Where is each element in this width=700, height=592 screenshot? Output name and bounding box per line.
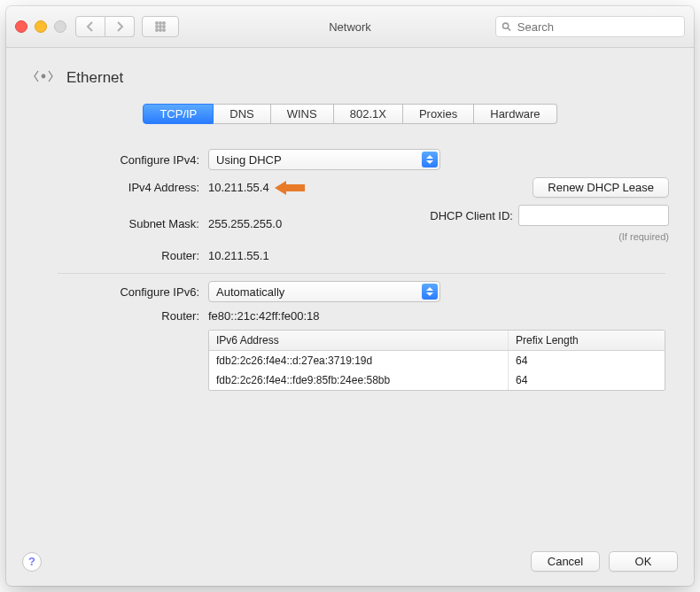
configure-ipv4-select[interactable]: Using DHCP bbox=[208, 149, 440, 170]
svg-point-4 bbox=[159, 26, 161, 27]
configure-ipv6-select[interactable]: Automatically bbox=[208, 281, 440, 302]
svg-point-5 bbox=[163, 26, 165, 27]
ipv6-router-value: fe80::21c:42ff:fe00:18 bbox=[208, 309, 320, 323]
configure-ipv6-label: Configure IPv6: bbox=[31, 285, 208, 299]
chevron-up-down-icon bbox=[422, 284, 438, 300]
subnet-mask-label: Subnet Mask: bbox=[31, 217, 208, 230]
tab-tcpip[interactable]: TCP/IP bbox=[143, 104, 214, 124]
dhcp-client-id-input[interactable] bbox=[518, 205, 669, 226]
divider bbox=[58, 273, 665, 274]
svg-point-1 bbox=[159, 22, 161, 24]
cancel-button[interactable]: Cancel bbox=[531, 551, 600, 572]
svg-point-0 bbox=[156, 22, 158, 24]
tab-wins[interactable]: WINS bbox=[271, 104, 334, 124]
ipv6-table: IPv6 Address Prefix Length fdb2:2c26:f4e… bbox=[208, 330, 665, 391]
cell-prefix: 64 bbox=[508, 370, 665, 390]
tcpip-pane: Configure IPv4: Using DHCP IPv4 Address:… bbox=[6, 136, 694, 541]
svg-point-3 bbox=[156, 26, 158, 27]
svg-point-9 bbox=[503, 23, 509, 28]
col-prefix-length: Prefix Length bbox=[508, 331, 665, 350]
ipv4-address-value: 10.211.55.4 bbox=[208, 181, 269, 194]
cell-prefix: 64 bbox=[508, 351, 665, 370]
interface-name: Ethernet bbox=[66, 69, 123, 87]
svg-point-6 bbox=[156, 29, 158, 31]
configure-ipv6-value: Automatically bbox=[216, 285, 284, 299]
tab-bar: TCP/IP DNS WINS 802.1X Proxies Hardware bbox=[6, 104, 694, 136]
svg-point-8 bbox=[163, 29, 165, 31]
search-icon bbox=[502, 21, 511, 32]
ok-button[interactable]: OK bbox=[609, 551, 678, 572]
table-row[interactable]: fdb2:2c26:f4e4::d:27ea:3719:19d 64 bbox=[209, 351, 665, 370]
svg-point-2 bbox=[163, 22, 165, 24]
configure-ipv4-label: Configure IPv4: bbox=[31, 153, 208, 167]
tab-dns[interactable]: DNS bbox=[214, 104, 270, 124]
tab-hardware[interactable]: Hardware bbox=[474, 104, 556, 124]
back-button[interactable] bbox=[75, 16, 105, 37]
minimize-icon[interactable] bbox=[35, 20, 47, 33]
ipv4-router-label: Router: bbox=[31, 249, 208, 262]
table-row[interactable]: fdb2:2c26:f4e4::fde9:85fb:24ee:58bb 64 bbox=[209, 370, 665, 390]
window-controls bbox=[15, 20, 66, 33]
zoom-icon bbox=[54, 20, 66, 33]
ipv4-router-value: 10.211.55.1 bbox=[208, 249, 269, 262]
ipv4-address-label: IPv4 Address: bbox=[31, 181, 208, 194]
preferences-window: Network Ethernet TCP/IP DNS WINS 802.1X … bbox=[6, 6, 694, 586]
renew-dhcp-button[interactable]: Renew DHCP Lease bbox=[533, 177, 669, 198]
cell-ipv6-address: fdb2:2c26:f4e4::fde9:85fb:24ee:58bb bbox=[209, 370, 508, 390]
subnet-mask-value: 255.255.255.0 bbox=[208, 217, 282, 230]
svg-marker-12 bbox=[275, 181, 305, 195]
svg-point-7 bbox=[159, 29, 161, 31]
pane-header: Ethernet bbox=[6, 48, 694, 104]
configure-ipv4-value: Using DHCP bbox=[216, 153, 282, 167]
dhcp-client-id-hint: (If required) bbox=[618, 231, 669, 242]
search-input[interactable] bbox=[516, 19, 679, 35]
ethernet-icon bbox=[31, 64, 56, 91]
help-button[interactable]: ? bbox=[22, 552, 42, 572]
ipv6-router-label: Router: bbox=[31, 309, 208, 323]
ipv6-table-header: IPv6 Address Prefix Length bbox=[209, 331, 665, 351]
show-all-button[interactable] bbox=[142, 16, 179, 37]
tab-proxies[interactable]: Proxies bbox=[403, 104, 474, 124]
tab-8021x[interactable]: 802.1X bbox=[334, 104, 403, 124]
dhcp-client-id-label: DHCP Client ID: bbox=[430, 209, 513, 222]
footer: ? Cancel OK bbox=[6, 541, 694, 586]
nav-buttons bbox=[75, 16, 135, 37]
svg-line-10 bbox=[508, 28, 510, 31]
search-field[interactable] bbox=[495, 16, 685, 37]
titlebar: Network bbox=[6, 6, 694, 48]
cell-ipv6-address: fdb2:2c26:f4e4::d:27ea:3719:19d bbox=[209, 351, 508, 370]
chevron-up-down-icon bbox=[422, 152, 438, 167]
col-ipv6-address: IPv6 Address bbox=[209, 331, 508, 350]
svg-point-11 bbox=[42, 74, 46, 79]
forward-button[interactable] bbox=[105, 16, 135, 37]
annotation-arrow-icon bbox=[275, 180, 305, 196]
close-icon[interactable] bbox=[15, 20, 27, 33]
